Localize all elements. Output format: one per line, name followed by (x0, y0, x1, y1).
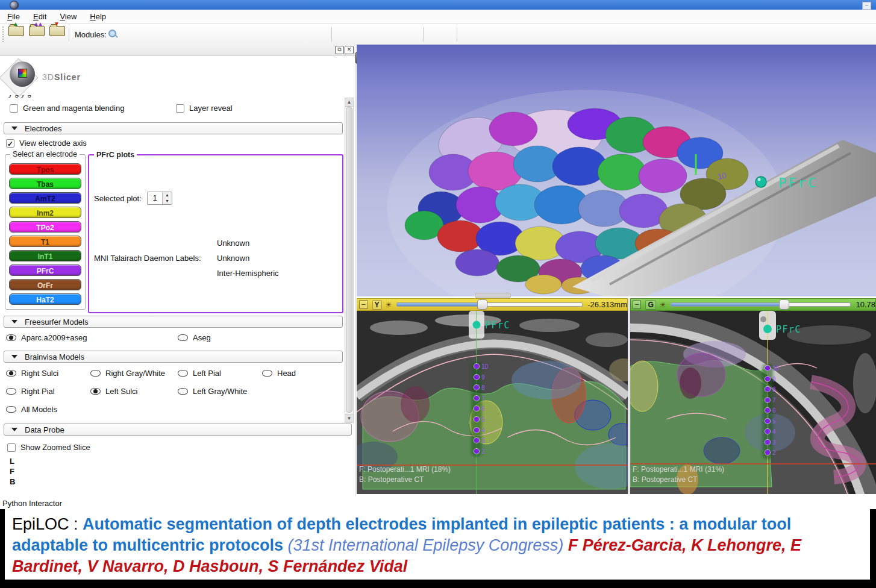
model-toggle-right-graywhite[interactable]: Right Gray/White (90, 369, 165, 378)
collapse-triangle-icon (11, 127, 17, 130)
mni-value-1: Unknown (217, 239, 249, 248)
electrode-button-t1[interactable]: T1 (9, 236, 81, 247)
toolbar-grip[interactable] (2, 27, 5, 42)
probe-layer-b: B (10, 477, 15, 486)
menu-help[interactable]: Help (90, 12, 106, 21)
probe-layer-f: F (10, 467, 14, 476)
load-data-button[interactable]: ▲ DATA (7, 26, 25, 43)
electrode-name-label-3d: PFrC (778, 175, 818, 190)
yellow-slice-controller-bar: – Y ☀ -26.313mm (357, 298, 628, 311)
menu-edit[interactable]: Edit (33, 12, 46, 21)
mni-value-2: Unknown (217, 254, 249, 263)
svg-text:7: 7 (772, 397, 776, 404)
electrode-button-tpos[interactable]: Tpos (9, 163, 81, 175)
yellow-slice-visibility-icon[interactable]: ☀ (386, 301, 392, 309)
frame-right (870, 509, 876, 588)
foreground-volume-label: F: Postoperati...1 MRI (31%) (633, 465, 724, 474)
model-toggle-aparc[interactable]: Aparc.a2009+aseg (6, 333, 87, 342)
caption-conference: (31st International Epilepsy Congress) (283, 536, 568, 554)
model-toggle-left-sulci[interactable]: Left Sulci (90, 387, 137, 396)
main-toolbar: ▲ DATA ▲▲ DCM ▼ SAVE Modules: Epiloc vis… (0, 24, 876, 45)
section-freesurfer-models[interactable]: Freesurfer Models (4, 316, 343, 328)
green-slice-view[interactable]: 10 9 8 7 6 5 4 3 2 PFrC F: Postoperati..… (630, 311, 876, 494)
eye-icon[interactable] (178, 388, 188, 395)
green-slice-visibility-icon[interactable]: ☀ (660, 301, 666, 309)
section-brainvisa-models[interactable]: Brainvisa Models (4, 351, 343, 363)
section-electrodes[interactable]: Electrodes (4, 122, 343, 134)
scroll-down-arrow[interactable]: ▼ (345, 414, 353, 422)
svg-text:8: 8 (481, 384, 485, 391)
svg-text:10: 10 (772, 365, 780, 372)
slider-handle[interactable] (477, 299, 487, 310)
scroll-up-arrow[interactable]: ▲ (345, 98, 353, 107)
electrode-button-inm2[interactable]: Inm2 (9, 207, 81, 218)
menu-view[interactable]: View (60, 12, 77, 21)
eye-icon[interactable] (90, 388, 101, 395)
model-toggle-right-pial[interactable]: Right Pial (6, 387, 55, 396)
eye-icon[interactable] (262, 370, 272, 377)
panel-undock-icon[interactable]: ⧉ (335, 46, 344, 54)
eye-icon[interactable] (6, 334, 16, 341)
tube-hole (760, 316, 766, 322)
slicer-logo-text: 3DSlicer (42, 72, 81, 82)
show-zoomed-slice-checkbox[interactable] (7, 443, 16, 452)
model-toggle-head[interactable]: Head (262, 369, 296, 378)
eye-icon[interactable] (6, 388, 16, 395)
eye-icon[interactable] (178, 334, 188, 341)
panel-close-icon[interactable]: ✕ (345, 46, 354, 54)
model-toggle-left-pial[interactable]: Left Pial (178, 369, 221, 378)
yellow-slice-slider[interactable] (396, 302, 583, 307)
model-toggle-all-models[interactable]: All Models (6, 405, 57, 414)
view-electrode-axis-row: View electrode axis (6, 139, 87, 148)
scrollbar-thumb[interactable] (346, 107, 352, 413)
eye-icon[interactable] (178, 370, 188, 377)
view-splitter-handle[interactable] (475, 293, 511, 298)
save-button[interactable]: ▼ SAVE (48, 26, 66, 43)
frame-left (0, 509, 5, 588)
panel-scrollbar[interactable]: ▲ ▼ (345, 98, 354, 423)
three-d-view[interactable]: 10 PFrC (357, 45, 876, 296)
electrode-button-tpo2[interactable]: TPo2 (9, 221, 81, 233)
section-electrodes-label: Electrodes (25, 124, 61, 133)
layer-reveal-checkbox[interactable] (176, 104, 184, 113)
model-toggle-left-graywhite[interactable]: Left Gray/White (178, 387, 247, 396)
electrode-tip-sphere[interactable] (756, 177, 766, 187)
python-interactor-label: Python Interactor (2, 499, 62, 508)
model-toggle-right-sulci[interactable]: Right Sulci (6, 369, 58, 378)
eye-icon[interactable] (6, 406, 16, 413)
collapse-triangle-icon (11, 428, 17, 431)
layer-reveal-label: Layer reveal (189, 104, 233, 113)
yellow-pin-button[interactable]: – (359, 300, 368, 309)
section-brainvisa-label: Brainvisa Models (25, 352, 84, 361)
section-freesurfer-label: Freesurfer Models (25, 317, 88, 327)
svg-text:2: 2 (772, 449, 776, 456)
window-title-bar: – (0, 0, 876, 10)
electrode-button-tbas[interactable]: Tbas (9, 178, 81, 189)
electrode-name-label: PFrC (485, 320, 510, 331)
electrode-button-amt2[interactable]: AmT2 (9, 192, 81, 204)
poster-caption: EpiLOC : Automatic segmentation of depth… (5, 509, 870, 581)
selected-plot-spinbox[interactable]: 1 ▲▼ (147, 192, 172, 205)
show-zoomed-slice-row: Show Zoomed Slice (7, 443, 90, 452)
yellow-slice-view[interactable]: 10 9 8 7 6 5 4 3 2 PFrC F: Postoperati..… (357, 311, 628, 494)
green-slice-offset: 10.78 (856, 300, 875, 309)
green-pin-button[interactable]: – (633, 300, 641, 309)
minimize-button[interactable]: – (862, 2, 871, 10)
eye-icon[interactable] (90, 370, 101, 377)
module-search-icon[interactable] (108, 30, 117, 39)
load-dicom-button[interactable]: ▲▲ DCM (28, 26, 46, 43)
electrode-button-orfr[interactable]: OrFr (9, 279, 81, 290)
electrode-button-pfrc[interactable]: PFrC (9, 264, 81, 276)
green-magenta-blending-checkbox[interactable] (10, 104, 18, 113)
green-slice-slider[interactable] (671, 302, 851, 307)
svg-text:5: 5 (772, 418, 776, 425)
slider-handle[interactable] (779, 299, 789, 310)
electrode-button-hat2[interactable]: HaT2 (9, 293, 81, 305)
model-toggle-aseg[interactable]: Aseg (178, 333, 211, 342)
spinbox-arrows[interactable]: ▲▼ (162, 192, 172, 204)
electrode-button-int1[interactable]: InT1 (9, 250, 81, 261)
view-electrode-axis-checkbox[interactable] (6, 139, 14, 148)
menu-file[interactable]: File (7, 12, 20, 21)
section-data-probe[interactable]: Data Probe (4, 424, 352, 436)
eye-icon[interactable] (6, 370, 16, 377)
